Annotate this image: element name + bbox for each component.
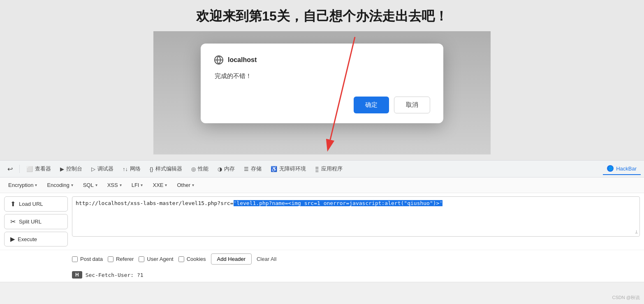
lfi-dropdown[interactable]: LFI ▾ xyxy=(127,180,147,190)
url-textarea-container: http://localhost/xss-labs-master/level15… xyxy=(72,196,640,246)
confirm-button[interactable]: 确定 xyxy=(354,97,389,113)
dialog-buttons: 确定 取消 xyxy=(214,97,430,113)
style-icon: {} xyxy=(150,166,153,172)
hackbar-content: Encryption ▾ Encoding ▾ SQL ▾ XSS ▾ LFI … xyxy=(0,177,644,282)
devtools-network[interactable]: ↑↓ 网络 xyxy=(118,163,145,175)
cancel-button[interactable]: 取消 xyxy=(394,97,430,113)
hackbar-globe-icon: 🌐 xyxy=(607,165,614,172)
add-header-button[interactable]: Add Header xyxy=(211,253,252,265)
clear-all-button[interactable]: Clear All xyxy=(257,254,276,264)
debugger-icon: ▷ xyxy=(91,166,95,172)
devtools-memory[interactable]: ◑ 内存 xyxy=(213,163,239,175)
sec-fetch-value: Sec-Fetch-User: ?1 xyxy=(86,272,144,278)
user-agent-checkbox-label[interactable]: User Agent xyxy=(139,256,173,262)
split-url-icon: ✂ xyxy=(10,218,16,226)
post-data-checkbox[interactable] xyxy=(72,256,78,262)
xss-chevron: ▾ xyxy=(120,183,122,187)
memory-icon: ◑ xyxy=(218,166,222,172)
referer-checkbox[interactable] xyxy=(108,256,114,262)
url-selected-part: 'level1.php?name=<img src=1 onerror=java… xyxy=(234,200,443,206)
page-title: 欢迎来到第15关，自己想个办法走出去吧！ xyxy=(196,0,448,31)
application-icon: ⣿ xyxy=(315,166,319,172)
post-data-checkbox-label[interactable]: Post data xyxy=(72,256,103,262)
lfi-chevron: ▾ xyxy=(141,183,143,187)
devtools-back[interactable]: ↩ xyxy=(3,163,17,175)
sql-dropdown[interactable]: SQL ▾ xyxy=(79,180,102,190)
xss-dropdown[interactable]: XSS ▾ xyxy=(103,180,126,190)
url-normal-part: http://localhost/xss-labs-master/level15… xyxy=(76,200,234,206)
devtools-separator xyxy=(19,165,20,173)
encoding-chevron: ▾ xyxy=(71,183,73,187)
top-area: 欢迎来到第15关，自己想个办法走出去吧！ localhost 完成的不错！ 确定… xyxy=(0,0,644,160)
hackbar-left-buttons: ⬆ Load URL ✂ Split URL ▶ Execute xyxy=(4,196,68,246)
devtools-performance[interactable]: ◎ 性能 xyxy=(187,163,213,175)
url-display[interactable]: http://localhost/xss-labs-master/level15… xyxy=(72,196,640,237)
cookies-checkbox-label[interactable]: Cookies xyxy=(178,256,206,262)
console-icon: ▶ xyxy=(60,166,64,172)
xxe-chevron: ▾ xyxy=(165,183,167,187)
devtools-style-editor[interactable]: {} 样式编辑器 xyxy=(146,163,186,175)
encryption-chevron: ▾ xyxy=(35,183,37,187)
xxe-dropdown[interactable]: XXE ▾ xyxy=(148,180,171,190)
other-chevron: ▾ xyxy=(192,183,194,187)
hackbar-toolbar: Encryption ▾ Encoding ▾ SQL ▾ XSS ▾ LFI … xyxy=(0,177,644,193)
devtools-bar: ↩ ⬜ 查看器 ▶ 控制台 ▷ 调试器 ↑↓ 网络 {} 样式编辑器 ◎ 性能 … xyxy=(0,160,644,177)
load-url-button[interactable]: ⬆ Load URL xyxy=(4,196,68,212)
hackbar-main: ⬆ Load URL ✂ Split URL ▶ Execute http://… xyxy=(0,193,644,250)
alert-dialog: localhost 完成的不错！ 确定 取消 xyxy=(201,44,443,123)
execute-button[interactable]: ▶ Execute xyxy=(4,232,68,246)
encryption-dropdown[interactable]: Encryption ▾ xyxy=(4,180,41,190)
csdn-watermark: CSDN @秋说 xyxy=(612,295,640,301)
user-agent-checkbox[interactable] xyxy=(139,256,144,262)
cookies-checkbox[interactable] xyxy=(178,256,184,262)
globe-icon xyxy=(214,55,224,65)
devtools-accessibility[interactable]: ♿ 无障碍环境 xyxy=(266,163,310,175)
inspector-icon: ⬜ xyxy=(26,166,33,172)
other-dropdown[interactable]: Other ▾ xyxy=(173,180,198,190)
load-url-icon: ⬆ xyxy=(10,200,16,208)
browser-content: localhost 完成的不错！ 确定 取消 xyxy=(153,31,491,154)
dialog-hostname: localhost xyxy=(228,56,257,64)
network-icon: ↑↓ xyxy=(123,166,128,172)
dialog-header: localhost xyxy=(214,55,430,65)
devtools-storage[interactable]: ☰ 存储 xyxy=(240,163,266,175)
referer-checkbox-label[interactable]: Referer xyxy=(108,256,134,262)
devtools-inspector[interactable]: ⬜ 查看器 xyxy=(22,163,55,175)
hackbar-tab[interactable]: 🌐 HackBar xyxy=(603,163,641,175)
hackbar-bottom: Post data Referer User Agent Cookies Add… xyxy=(0,250,644,268)
devtools-console[interactable]: ▶ 控制台 xyxy=(56,163,86,175)
h-badge: H xyxy=(72,271,82,279)
execute-icon: ▶ xyxy=(10,235,15,243)
devtools-application[interactable]: ⣿ 应用程序 xyxy=(311,163,347,175)
devtools-debugger[interactable]: ▷ 调试器 xyxy=(87,163,118,175)
resize-handle[interactable]: ⟂ xyxy=(635,229,638,235)
dialog-message: 完成的不错！ xyxy=(215,72,430,80)
sec-fetch-row: H Sec-Fetch-User: ?1 xyxy=(0,268,644,282)
performance-icon: ◎ xyxy=(191,166,196,172)
accessibility-icon: ♿ xyxy=(271,166,277,172)
storage-icon: ☰ xyxy=(244,166,249,172)
encoding-dropdown[interactable]: Encoding ▾ xyxy=(43,180,77,190)
split-url-button[interactable]: ✂ Split URL xyxy=(4,214,68,229)
back-icon: ↩ xyxy=(7,165,13,173)
sql-chevron: ▾ xyxy=(95,183,97,187)
